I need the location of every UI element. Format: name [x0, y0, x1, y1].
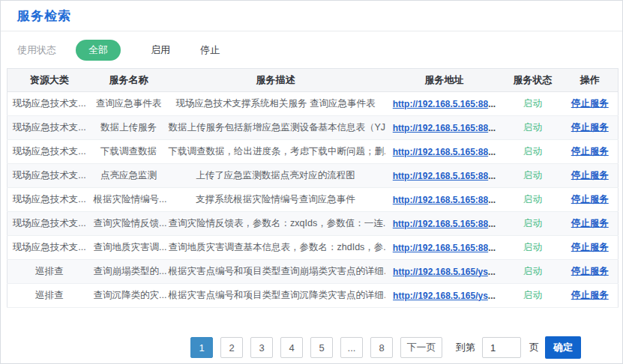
stop-service-link[interactable]: 停止服务 — [571, 146, 609, 157]
service-url-link[interactable]: http://192.168.5.165:88 — [393, 219, 488, 229]
status-badge: 启动 — [523, 218, 542, 228]
cell-address: http://192.168.5.165/ys... — [385, 260, 504, 284]
cell-name: 查询地质灾害调... — [91, 236, 166, 260]
stop-service-link[interactable]: 停止服务 — [571, 98, 609, 109]
goto-page-input[interactable] — [482, 337, 521, 358]
cell-name: 查询沉降类的灾... — [91, 284, 166, 308]
col-header-action: 操作 — [562, 69, 619, 92]
cell-action: 停止服务 — [562, 284, 619, 308]
col-header-description: 服务描述 — [166, 69, 385, 92]
cell-description: 数据上传服务包括新增应急监测设备基本信息表（YJB... — [166, 116, 385, 140]
service-url-link[interactable]: http://192.168.5.165:88 — [393, 123, 488, 133]
page-header: 服务检索 — [1, 1, 622, 31]
table-row: 现场应急技术支... 根据灾险情编号... 支撑系统根据灾险情编号查询应急事件 … — [7, 188, 619, 212]
cell-description: 上传了应急监测数据点亮对应的流程图 — [166, 164, 385, 188]
status-filter-bar: 使用状态 全部 启用 停止 — [1, 31, 622, 68]
cell-name: 查询应急事件表 — [91, 92, 166, 116]
filter-option-all[interactable]: 全部 — [76, 40, 121, 61]
cell-name: 点亮应急监测 — [91, 164, 166, 188]
cell-action: 停止服务 — [562, 236, 619, 260]
table-row: 现场应急技术支... 查询灾险情反馈... 查询灾险情反馈表，参数名：zxqId… — [7, 212, 619, 236]
status-badge: 启动 — [523, 98, 542, 109]
status-badge: 启动 — [523, 122, 542, 133]
cell-category: 现场应急技术支... — [7, 116, 91, 140]
cell-name: 数据上传服务 — [91, 116, 166, 140]
status-badge: 启动 — [523, 146, 542, 157]
goto-page-prefix: 到第 — [456, 341, 475, 354]
cell-category: 现场应急技术支... — [7, 212, 91, 236]
stop-service-link[interactable]: 停止服务 — [571, 218, 609, 228]
filter-option-enabled[interactable]: 启用 — [151, 43, 170, 57]
cell-status: 启动 — [504, 164, 562, 188]
stop-service-link[interactable]: 停止服务 — [571, 290, 609, 300]
table-row: 巡排查 查询崩塌类型的... 根据灾害点编号和项目类型查询崩塌类灾害点的详细..… — [7, 260, 619, 284]
service-url-link[interactable]: http://192.168.5.165:88 — [393, 195, 488, 205]
cell-description: 现场应急技术支撑系统相关服务 查询应急事件表 — [166, 92, 385, 116]
cell-status: 启动 — [504, 188, 562, 212]
page-title: 服务检索 — [17, 7, 71, 25]
service-url-link[interactable]: http://192.168.5.165:88 — [393, 171, 488, 181]
stop-service-link[interactable]: 停止服务 — [571, 122, 609, 133]
cell-description: 下载调查数据，给出进度条，考虑下载中断问题；删... — [166, 140, 385, 164]
table-row: 现场应急技术支... 点亮应急监测 上传了应急监测数据点亮对应的流程图 http… — [7, 164, 619, 188]
cell-category: 巡排查 — [7, 260, 91, 284]
cell-action: 停止服务 — [562, 140, 619, 164]
cell-action: 停止服务 — [562, 116, 619, 140]
table-row: 现场应急技术支... 下载调查数据 下载调查数据，给出进度条，考虑下载中断问题；… — [7, 140, 619, 164]
page-button-2[interactable]: 2 — [220, 337, 243, 358]
url-ellipsis: ... — [488, 267, 496, 277]
service-search-page: 服务检索 使用状态 全部 启用 停止 资源大类 服务名称 服务描述 服务地址 服… — [0, 0, 623, 364]
url-ellipsis: ... — [488, 147, 496, 157]
col-header-name: 服务名称 — [91, 69, 166, 92]
goto-page-suffix: 页 — [529, 341, 539, 354]
url-ellipsis: ... — [488, 171, 496, 181]
url-ellipsis: ... — [488, 195, 496, 205]
cell-address: http://192.168.5.165:88... — [385, 164, 504, 188]
cell-status: 启动 — [504, 92, 562, 116]
status-badge: 启动 — [523, 170, 542, 181]
cell-address: http://192.168.5.165:88... — [385, 92, 504, 116]
url-ellipsis: ... — [488, 219, 496, 229]
url-ellipsis: ... — [488, 123, 496, 133]
cell-action: 停止服务 — [562, 188, 619, 212]
stop-service-link[interactable]: 停止服务 — [571, 170, 609, 181]
page-button-1[interactable]: 1 — [190, 337, 213, 358]
table-row: 现场应急技术支... 查询应急事件表 现场应急技术支撑系统相关服务 查询应急事件… — [7, 92, 619, 116]
page-button-8[interactable]: 8 — [370, 337, 393, 358]
col-header-address: 服务地址 — [385, 69, 504, 92]
status-badge: 启动 — [523, 242, 542, 252]
service-url-link[interactable]: http://192.168.5.165:88 — [393, 147, 488, 157]
page-button-3[interactable]: 3 — [250, 337, 273, 358]
cell-name: 查询崩塌类型的... — [91, 260, 166, 284]
url-ellipsis: ... — [488, 291, 496, 301]
table-row: 巡排查 查询沉降类的灾... 根据灾害点编号和项目类型查询沉降类灾害点的详细..… — [7, 284, 619, 308]
service-url-link[interactable]: http://192.168.5.165/ys — [393, 267, 488, 277]
page-button-ellipsis[interactable]: ... — [340, 337, 363, 358]
stop-service-link[interactable]: 停止服务 — [571, 266, 609, 276]
cell-description: 查询地质灾害调查基本信息表，参数名：zhdIds，参... — [166, 236, 385, 260]
cell-category: 现场应急技术支... — [7, 164, 91, 188]
cell-name: 下载调查数据 — [91, 140, 166, 164]
page-button-4[interactable]: 4 — [280, 337, 303, 358]
page-button-5[interactable]: 5 — [310, 337, 333, 358]
filter-option-stopped[interactable]: 停止 — [200, 43, 220, 57]
confirm-button[interactable]: 确定 — [545, 336, 581, 359]
cell-name: 根据灾险情编号... — [91, 188, 166, 212]
cell-description: 根据灾害点编号和项目类型查询沉降类灾害点的详细... — [166, 284, 385, 308]
cell-category: 巡排查 — [7, 284, 91, 308]
col-header-category: 资源大类 — [7, 69, 91, 92]
cell-address: http://192.168.5.165:88... — [385, 140, 504, 164]
stop-service-link[interactable]: 停止服务 — [571, 242, 609, 252]
cell-action: 停止服务 — [562, 92, 619, 116]
cell-action: 停止服务 — [562, 212, 619, 236]
next-page-button[interactable]: 下一页 — [400, 337, 442, 358]
cell-description: 根据灾害点编号和项目类型查询崩塌类灾害点的详细... — [166, 260, 385, 284]
cell-status: 启动 — [504, 260, 562, 284]
service-url-link[interactable]: http://192.168.5.165:88 — [393, 243, 488, 253]
service-url-link[interactable]: http://192.168.5.165:88 — [393, 99, 488, 109]
status-badge: 启动 — [523, 290, 542, 300]
status-badge: 启动 — [523, 194, 542, 204]
service-url-link[interactable]: http://192.168.5.165/ys — [393, 291, 488, 301]
stop-service-link[interactable]: 停止服务 — [571, 194, 609, 204]
services-table: 资源大类 服务名称 服务描述 服务地址 服务状态 操作 现场应急技术支... 查… — [7, 68, 619, 308]
